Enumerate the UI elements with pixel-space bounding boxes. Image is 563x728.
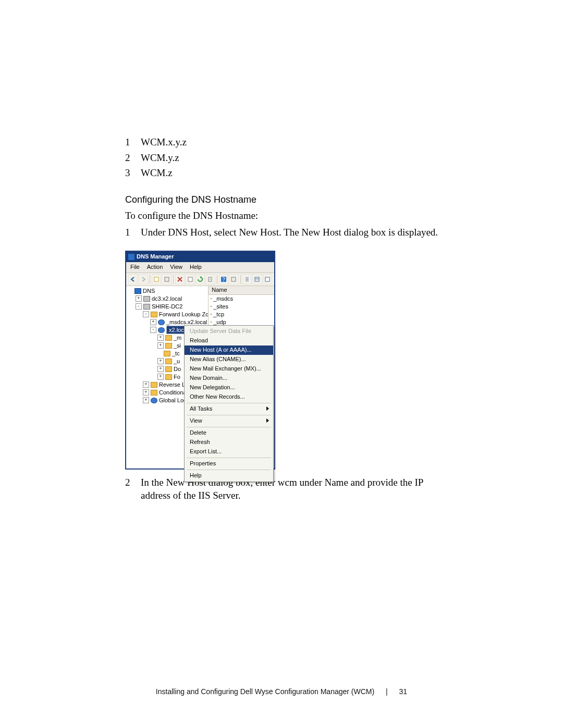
context-menu-item[interactable]: All Tasks	[185, 404, 273, 414]
help-icon[interactable]: ?	[219, 274, 228, 285]
page-footer: Installing and Configuring Dell Wyse Con…	[0, 687, 563, 697]
folder-icon	[164, 351, 170, 356]
list-number: 1	[125, 135, 141, 149]
context-menu[interactable]: Update Server Data FileReloadNew Host (A…	[184, 325, 274, 482]
tree-node-label: Do	[174, 365, 181, 373]
folder-icon	[211, 298, 212, 299]
tree-node[interactable]: +dc3.x2.local	[126, 295, 208, 303]
menu-help[interactable]: Help	[190, 263, 202, 271]
submenu-arrow-icon	[266, 406, 269, 411]
folder-icon	[165, 359, 172, 364]
back-icon[interactable]	[128, 274, 138, 285]
context-menu-item[interactable]: Other New Records...	[185, 392, 273, 402]
forward-icon[interactable]	[138, 274, 148, 285]
menu-action[interactable]: Action	[147, 263, 163, 271]
new-icon[interactable]	[152, 274, 161, 285]
context-menu-item[interactable]: Refresh	[185, 438, 273, 447]
svg-text:?: ?	[222, 277, 225, 282]
expand-toggle-icon[interactable]: +	[150, 319, 156, 325]
context-menu-item-label: Properties	[190, 460, 216, 467]
refresh-icon[interactable]	[195, 274, 205, 285]
menu-separator	[187, 470, 271, 470]
server-icon	[143, 296, 150, 302]
properties-icon[interactable]	[185, 274, 194, 285]
expand-toggle-icon[interactable]: +	[143, 397, 149, 403]
step-2: 2 In the New Host dialog box, enter wcm …	[125, 476, 448, 502]
expand-toggle-icon[interactable]: +	[157, 374, 164, 380]
context-menu-item[interactable]: New Domain...	[185, 374, 273, 383]
expand-toggle-icon[interactable]: -	[143, 311, 149, 317]
folder-icon	[211, 322, 212, 323]
context-menu-item[interactable]: Export List...	[185, 447, 273, 456]
svg-rect-7	[255, 277, 259, 281]
context-menu-item[interactable]: Delete	[185, 428, 273, 438]
list-icon[interactable]	[242, 274, 252, 285]
list-column-header[interactable]: Name	[209, 286, 274, 295]
context-menu-item[interactable]: Reload	[185, 336, 273, 346]
folder-icon	[211, 314, 212, 315]
list-item[interactable]: _tcp	[209, 311, 274, 318]
context-menu-item-label: New Domain...	[190, 374, 227, 382]
tree-node[interactable]: -Forward Lookup Zones	[126, 311, 208, 318]
export-icon[interactable]	[205, 274, 215, 285]
tree-node-label: DNS	[143, 287, 155, 295]
context-menu-item[interactable]: New Host (A or AAAA)...	[185, 346, 273, 355]
menu-separator	[187, 427, 271, 427]
dns-manager-screenshot: DNS Manager File Action View Help	[125, 251, 448, 470]
context-menu-item[interactable]: New Mail Exchanger (MX)...	[185, 364, 273, 374]
context-menu-item-label: Delete	[190, 429, 206, 437]
filter-icon[interactable]	[162, 274, 171, 285]
expand-toggle-icon[interactable]: +	[157, 342, 164, 349]
window-titlebar: DNS Manager	[126, 252, 274, 262]
expand-toggle-icon[interactable]: -	[150, 327, 156, 333]
list-item[interactable]: _sites	[209, 303, 274, 311]
more-icon[interactable]	[263, 274, 272, 285]
expand-toggle-icon[interactable]: +	[136, 295, 142, 302]
tree-node-label: _u	[174, 357, 180, 365]
context-menu-item[interactable]: View	[185, 416, 273, 426]
menu-separator	[187, 403, 271, 403]
list-item-label: _tcp	[213, 311, 224, 318]
delete-icon[interactable]	[175, 274, 185, 285]
context-menu-item-label: New Alias (CNAME)...	[190, 355, 246, 363]
window-title: DNS Manager	[137, 253, 174, 261]
list-number: 3	[125, 166, 141, 180]
list-number: 2	[125, 151, 141, 165]
context-menu-item[interactable]: Properties	[185, 459, 273, 468]
tree-node[interactable]: DNS	[126, 287, 208, 295]
tree-node[interactable]: -SHIRE-DC2	[126, 303, 208, 311]
context-menu-item[interactable]: New Alias (CNAME)...	[185, 355, 273, 364]
context-menu-item[interactable]: New Delegation...	[185, 383, 273, 392]
dns-app-icon	[128, 254, 134, 260]
wcm-order-list: 1WCM.x.y.z 2WCM.y.z 3WCM.z	[125, 135, 448, 180]
tree-node-label: SHIRE-DC2	[152, 303, 182, 311]
context-menu-item-label: Export List...	[190, 448, 222, 455]
expand-toggle-icon[interactable]: +	[157, 335, 164, 341]
menu-separator	[187, 415, 271, 415]
list-item[interactable]: _msdcs	[209, 295, 274, 303]
menu-bar[interactable]: File Action View Help	[126, 262, 274, 273]
context-menu-item[interactable]: Help	[185, 471, 273, 480]
expand-toggle-icon[interactable]: +	[143, 381, 149, 388]
expand-toggle-icon[interactable]: +	[157, 366, 164, 372]
svg-rect-6	[231, 277, 236, 281]
submenu-arrow-icon	[266, 418, 269, 423]
server-icon	[143, 304, 150, 310]
context-menu-item-label: All Tasks	[190, 405, 212, 413]
context-menu-item-label: New Delegation...	[190, 384, 235, 391]
tree-node-label: Fo	[174, 373, 180, 381]
dns-manager-window: DNS Manager File Action View Help	[125, 251, 275, 470]
expand-toggle-icon[interactable]: +	[157, 358, 164, 364]
menu-view[interactable]: View	[170, 263, 182, 271]
menu-file[interactable]: File	[130, 263, 140, 271]
list-text: WCM.x.y.z	[141, 135, 187, 149]
folder-icon	[211, 306, 212, 307]
expand-toggle-icon[interactable]: +	[143, 389, 149, 396]
expand-toggle-icon[interactable]: -	[136, 303, 142, 310]
list-text: WCM.z	[141, 166, 173, 180]
container-icon[interactable]	[229, 274, 238, 285]
tree-node-label: Conditional	[159, 389, 188, 397]
step-number: 2	[125, 476, 141, 502]
detail-icon[interactable]	[252, 274, 262, 285]
folder-icon	[165, 335, 172, 341]
